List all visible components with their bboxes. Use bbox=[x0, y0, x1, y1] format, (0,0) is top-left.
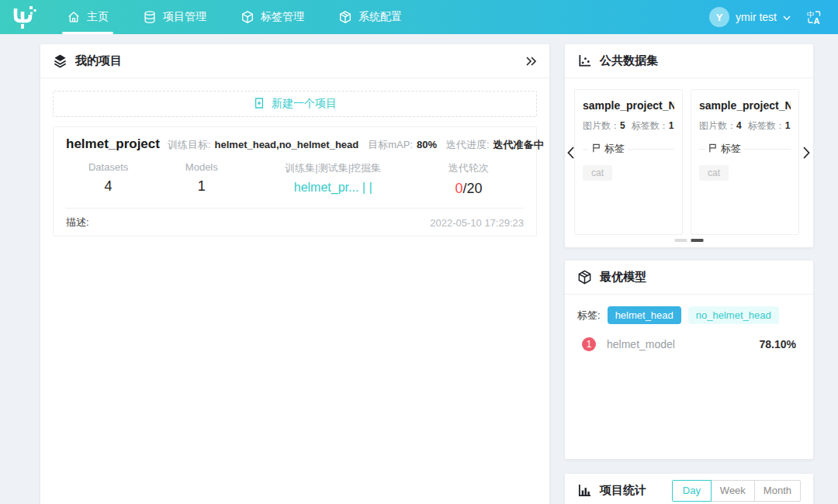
language-toggle-icon[interactable]: 中 A bbox=[806, 9, 822, 26]
project-title-row: helmet_project 训练目标: helmet_head,no_helm… bbox=[66, 136, 524, 152]
divider-line bbox=[744, 149, 791, 150]
file-add-icon bbox=[253, 97, 265, 112]
config-cube-icon bbox=[338, 10, 352, 24]
best-models-body: 标签: helmet_head no_helmet_head 1 helmet_… bbox=[565, 295, 813, 363]
iteration-total: /20 bbox=[462, 181, 482, 196]
dataset-name: sample_project_No... bbox=[699, 99, 791, 112]
training-set-link[interactable]: helmet_pr... | | bbox=[252, 181, 414, 195]
keywords-divider: 标签 bbox=[699, 142, 791, 156]
carousel-pagination bbox=[675, 239, 704, 242]
range-month-button[interactable]: Month bbox=[754, 480, 801, 502]
flag-icon bbox=[591, 142, 601, 156]
user-name: ymir test bbox=[736, 11, 777, 23]
project-card-footer: 描述: 2022-05-10 17:29:23 bbox=[66, 208, 524, 230]
target-map-value: 80% bbox=[417, 139, 437, 150]
double-arrow-right-icon[interactable] bbox=[525, 56, 537, 67]
nav-item-projects[interactable]: 项目管理 bbox=[126, 0, 223, 34]
nav-item-home[interactable]: 主页 bbox=[50, 0, 126, 34]
bar-chart-icon bbox=[577, 483, 592, 498]
project-stats-header: 项目统计 Day Week Month bbox=[565, 474, 813, 504]
my-projects-body: 新建一个项目 helmet_project 训练目标: helmet_head,… bbox=[40, 78, 549, 249]
panel-title: 公共数据集 bbox=[600, 54, 658, 68]
flag-icon bbox=[708, 142, 718, 156]
nav-item-keywords[interactable]: 标签管理 bbox=[223, 0, 321, 34]
panel-title: 项目统计 bbox=[600, 483, 646, 498]
divider-line bbox=[583, 149, 588, 150]
stat-sets: 训练集|测试集|挖掘集 helmet_pr... | | bbox=[252, 161, 414, 197]
stat-models: Models 1 bbox=[151, 161, 252, 197]
time-range-selector: Day Week Month bbox=[672, 480, 801, 502]
rank-badge: 1 bbox=[582, 337, 596, 351]
keywords-divider: 标签 bbox=[583, 142, 674, 156]
panel-title: 我的项目 bbox=[75, 54, 122, 68]
ymir-logo-icon bbox=[12, 5, 38, 29]
svg-text:A: A bbox=[814, 16, 820, 26]
create-project-button[interactable]: 新建一个项目 bbox=[53, 91, 537, 117]
description-label: 描述: bbox=[66, 216, 89, 230]
layers-icon bbox=[53, 54, 68, 68]
app-logo[interactable] bbox=[0, 0, 50, 34]
public-datasets-header: 公共数据集 bbox=[565, 44, 813, 78]
nav-item-label: 主页 bbox=[87, 10, 109, 24]
train-goal-label: 训练目标: bbox=[168, 138, 211, 152]
navbar-right: Y ymir test 中 A bbox=[709, 0, 838, 34]
dataset-cards: sample_project_No... 图片数：5标签数：1 标签 cat bbox=[574, 89, 813, 235]
iteration-progress-label: 迭代进度: bbox=[446, 138, 490, 152]
created-timestamp: 2022-05-10 17:29:23 bbox=[430, 217, 524, 229]
chevron-down-icon bbox=[783, 11, 791, 23]
top-navbar: 主页 项目管理 标签管理 bbox=[0, 0, 838, 34]
cube-icon bbox=[241, 10, 255, 24]
datasets-carousel: sample_project_No... 图片数：5标签数：1 标签 cat bbox=[565, 78, 813, 247]
carousel-page-1[interactable] bbox=[675, 239, 687, 242]
train-goal-value: helmet_head,no_helmet_head bbox=[215, 139, 359, 150]
iteration-current: 0 bbox=[455, 181, 462, 196]
range-day-button[interactable]: Day bbox=[672, 480, 712, 502]
model-row[interactable]: 1 helmet_model 78.10% bbox=[577, 337, 801, 351]
my-projects-header: 我的项目 bbox=[40, 44, 549, 78]
keyword-filter-row: 标签: helmet_head no_helmet_head bbox=[577, 306, 801, 324]
nav-item-label: 标签管理 bbox=[261, 10, 304, 24]
model-name: helmet_model bbox=[607, 338, 675, 350]
home-icon bbox=[67, 10, 81, 24]
keywords-label: 标签: bbox=[577, 309, 601, 323]
public-datasets-panel: 公共数据集 sample_project_No... 图片数：5标签数：1 bbox=[565, 44, 813, 247]
best-models-panel: 最优模型 标签: helmet_head no_helmet_head 1 he… bbox=[565, 261, 813, 459]
dataset-keyword-tag: cat bbox=[699, 165, 729, 181]
iteration-progress-value: 迭代准备中 bbox=[493, 138, 544, 152]
main-nav: 主页 项目管理 标签管理 bbox=[50, 0, 419, 34]
project-stats-panel: 项目统计 Day Week Month bbox=[565, 474, 813, 504]
project-stats-row: Datasets 4 Models 1 训练集|测试集|挖掘集 helmet_p… bbox=[66, 161, 524, 197]
dataset-info: 图片数：5标签数：1 bbox=[583, 119, 674, 133]
project-card[interactable]: helmet_project 训练目标: helmet_head,no_helm… bbox=[53, 126, 537, 236]
dataset-card[interactable]: sample_project_No... 图片数：4标签数：1 标签 cat bbox=[691, 89, 799, 235]
model-cube-icon bbox=[577, 270, 592, 285]
dataset-name: sample_project_No... bbox=[583, 99, 674, 112]
avatar: Y bbox=[709, 7, 729, 27]
dataset-keyword-tag: cat bbox=[583, 165, 612, 181]
carousel-next-button[interactable] bbox=[801, 143, 812, 162]
nav-item-label: 项目管理 bbox=[163, 10, 206, 24]
create-project-label: 新建一个项目 bbox=[272, 97, 337, 111]
range-week-button[interactable]: Week bbox=[711, 480, 755, 502]
nav-item-label: 系统配置 bbox=[358, 10, 402, 24]
divider-line bbox=[628, 149, 674, 150]
dataset-card[interactable]: sample_project_No... 图片数：5标签数：1 标签 cat bbox=[574, 89, 683, 235]
model-map-value: 78.10% bbox=[760, 338, 796, 350]
stat-datasets: Datasets 4 bbox=[66, 161, 151, 197]
carousel-page-2[interactable] bbox=[691, 239, 704, 242]
dataset-info: 图片数：4标签数：1 bbox=[699, 119, 791, 133]
stat-iterations: 迭代轮次 0/20 bbox=[414, 161, 524, 197]
target-map-label: 目标mAP: bbox=[368, 138, 413, 152]
best-models-header: 最优模型 bbox=[565, 261, 813, 295]
divider-line bbox=[699, 149, 705, 150]
my-projects-panel: 我的项目 新建一个项目 helmet_project 训练目标: helmet_… bbox=[40, 44, 549, 504]
scatter-chart-icon bbox=[577, 54, 592, 68]
carousel-prev-button[interactable] bbox=[565, 143, 576, 162]
project-name[interactable]: helmet_project bbox=[66, 136, 160, 152]
user-menu[interactable]: Y ymir test bbox=[709, 7, 791, 27]
keyword-tag-selected[interactable]: helmet_head bbox=[608, 306, 681, 324]
nav-item-settings[interactable]: 系统配置 bbox=[321, 0, 419, 34]
panel-title: 最优模型 bbox=[600, 270, 646, 285]
keyword-tag[interactable]: no_helmet_head bbox=[688, 306, 779, 324]
database-icon bbox=[143, 10, 157, 24]
